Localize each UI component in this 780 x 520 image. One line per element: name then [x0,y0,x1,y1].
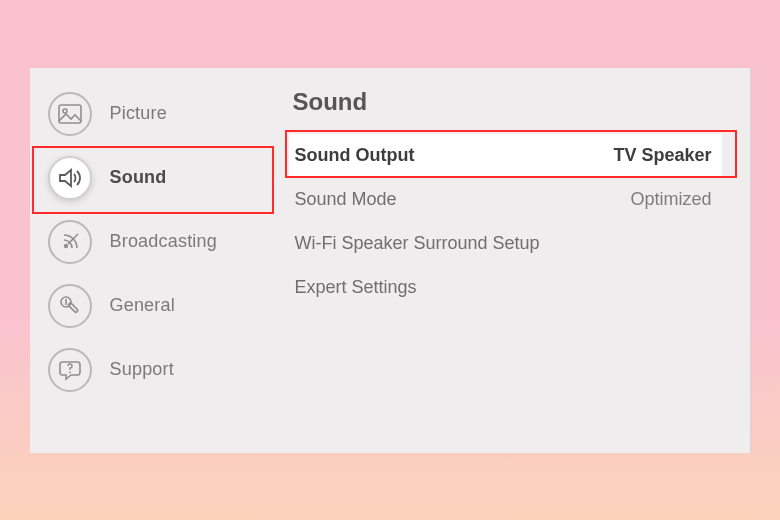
sidebar-item-picture[interactable]: Picture [30,82,275,146]
svg-point-2 [63,243,67,247]
row-label: Sound Output [295,145,415,166]
settings-rows: Sound Output TV Speaker Sound Mode Optim… [289,134,722,310]
sidebar-item-label: General [110,295,175,316]
sidebar-item-general[interactable]: General [30,274,275,338]
svg-point-1 [63,109,67,113]
settings-panel: Picture Sound [30,68,751,453]
row-sound-mode[interactable]: Sound Mode Optimized [289,178,722,222]
svg-rect-5 [68,302,78,312]
svg-point-7 [69,371,71,373]
sidebar-item-label: Broadcasting [110,231,217,252]
broadcasting-icon [48,220,92,264]
row-label: Sound Mode [295,189,397,210]
general-icon [48,284,92,328]
content-title: Sound [293,88,722,116]
sound-icon [48,156,92,200]
sidebar-item-label: Sound [110,167,167,188]
sidebar-item-sound[interactable]: Sound [30,146,275,210]
row-value: TV Speaker [613,145,711,166]
row-expert-settings[interactable]: Expert Settings [289,266,722,310]
sidebar: Picture Sound [30,68,275,453]
sidebar-item-label: Picture [110,103,167,124]
content-pane: Sound Sound Output TV Speaker Sound Mode… [275,68,750,453]
svg-rect-0 [59,105,81,123]
row-label: Wi-Fi Speaker Surround Setup [295,233,540,254]
row-sound-output[interactable]: Sound Output TV Speaker [289,134,722,178]
picture-icon [48,92,92,136]
sidebar-item-support[interactable]: Support [30,338,275,402]
support-icon [48,348,92,392]
sidebar-item-broadcasting[interactable]: Broadcasting [30,210,275,274]
row-wifi-speaker-surround-setup[interactable]: Wi-Fi Speaker Surround Setup [289,222,722,266]
sidebar-item-label: Support [110,359,174,380]
row-label: Expert Settings [295,277,417,298]
background: Picture Sound [0,0,780,520]
row-value: Optimized [630,189,711,210]
